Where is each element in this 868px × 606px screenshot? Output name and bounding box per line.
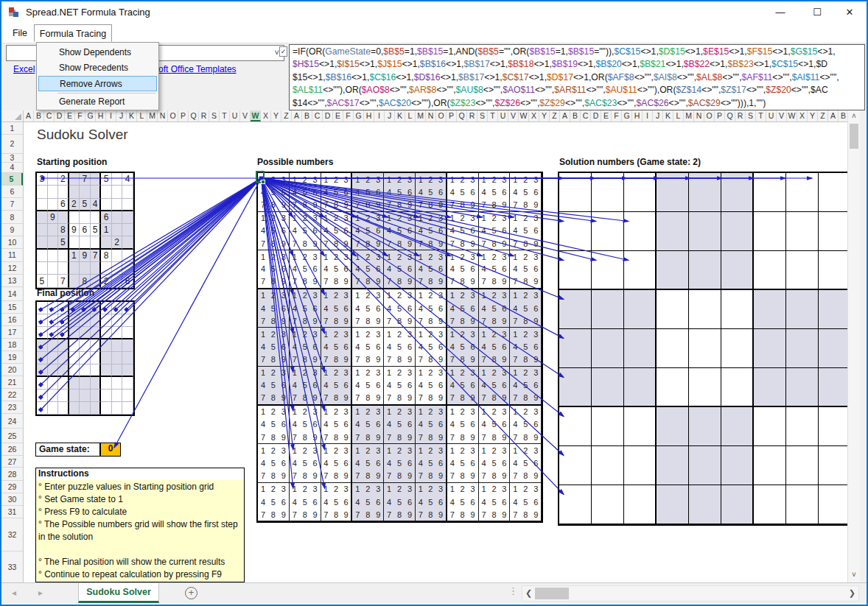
apply-check-icon[interactable]: ✓ — [279, 46, 287, 57]
row-header[interactable]: 2 — [1, 135, 23, 154]
sudoku-cell[interactable] — [112, 402, 123, 415]
vertical-scroll-thumb[interactable] — [850, 124, 858, 149]
column-header[interactable]: S — [746, 110, 756, 121]
sudoku-cell[interactable] — [122, 262, 133, 275]
possible-numbers-cell[interactable]: 123456789 — [510, 328, 542, 367]
sudoku-cell[interactable] — [101, 199, 112, 211]
solution-cell[interactable] — [819, 173, 847, 212]
row-header[interactable]: 19 — [1, 351, 23, 364]
sudoku-cell[interactable] — [37, 211, 48, 224]
column-header[interactable]: N — [694, 110, 704, 121]
solution-cell[interactable] — [657, 173, 689, 212]
sudoku-cell[interactable] — [58, 402, 69, 415]
sudoku-cell[interactable] — [37, 377, 48, 390]
possible-numbers-cell[interactable]: 123456789 — [510, 250, 542, 289]
sudoku-cell[interactable] — [101, 339, 112, 352]
possible-numbers-cell[interactable]: 123456789 — [352, 173, 384, 212]
sudoku-cell[interactable] — [101, 262, 112, 275]
possible-numbers-cell[interactable]: 123456789 — [352, 212, 384, 251]
row-header[interactable]: 4 — [1, 163, 23, 173]
link-excel[interactable]: Excel — [13, 64, 35, 74]
row-header[interactable]: 11 — [1, 249, 23, 261]
link-office-templates[interactable]: oft Office Templates — [158, 64, 237, 74]
row-header[interactable]: 5 — [1, 173, 23, 186]
sudoku-cell[interactable] — [122, 236, 133, 249]
solution-cell[interactable] — [754, 368, 786, 407]
sudoku-cell[interactable] — [101, 327, 112, 339]
solution-cell[interactable] — [624, 368, 657, 407]
column-header[interactable]: Z — [550, 110, 560, 121]
column-header[interactable]: P — [715, 110, 725, 121]
sudoku-cell[interactable] — [122, 250, 133, 262]
column-header[interactable]: N — [158, 110, 168, 121]
possible-numbers-cell[interactable]: 123456789 — [479, 406, 511, 445]
possible-numbers-cell[interactable]: 123456789 — [384, 367, 416, 406]
possible-numbers-cell[interactable]: 123456789 — [447, 367, 479, 406]
column-header[interactable]: J — [385, 110, 395, 121]
sudoku-cell[interactable]: 4 — [91, 199, 102, 211]
sudoku-cell[interactable] — [91, 314, 102, 327]
solution-cell[interactable] — [819, 485, 847, 524]
solution-cell[interactable] — [721, 485, 754, 524]
possible-numbers-cell[interactable]: 123456789 — [416, 250, 447, 289]
sudoku-cell[interactable] — [37, 250, 48, 262]
solution-cell[interactable] — [786, 173, 819, 212]
solution-cell[interactable] — [657, 251, 689, 290]
sudoku-cell[interactable] — [80, 352, 91, 364]
possible-numbers-cell[interactable]: 123456789 — [384, 250, 416, 289]
possible-numbers-cell[interactable]: 123456789 — [290, 483, 321, 522]
sudoku-cell[interactable] — [112, 377, 123, 390]
possible-numbers-cell[interactable]: 123456789 — [321, 173, 353, 212]
row-header[interactable]: 17 — [1, 326, 23, 339]
sudoku-cell[interactable] — [112, 314, 123, 327]
column-header[interactable]: S — [209, 110, 220, 121]
sudoku-cell[interactable] — [80, 377, 91, 390]
column-header[interactable]: A — [24, 110, 34, 121]
sudoku-cell[interactable]: 6 — [58, 199, 69, 211]
column-header[interactable]: S — [477, 110, 488, 121]
sudoku-cell[interactable] — [112, 211, 123, 224]
column-header[interactable]: N — [426, 110, 436, 121]
possible-numbers-cell[interactable]: 123456789 — [258, 483, 290, 522]
sudoku-cell[interactable] — [58, 377, 69, 390]
column-header[interactable]: Y — [271, 110, 281, 121]
row-header[interactable]: 8 — [1, 211, 23, 223]
sudoku-cell[interactable]: 9 — [69, 224, 80, 236]
sudoku-cell[interactable]: 7 — [58, 275, 69, 287]
sudoku-cell[interactable]: 2 — [112, 236, 123, 249]
sudoku-cell[interactable] — [122, 199, 133, 211]
column-header[interactable]: A — [292, 110, 302, 121]
column-header[interactable]: F — [343, 110, 354, 121]
possible-numbers-cell[interactable]: 123456789 — [321, 367, 353, 406]
possible-numbers-cell[interactable]: 123456789 — [290, 367, 321, 406]
possible-numbers-cell[interactable]: 123456789 — [416, 367, 447, 406]
possible-numbers-cell[interactable]: 123456789 — [384, 212, 416, 251]
sudoku-cell[interactable] — [101, 364, 112, 377]
column-header[interactable]: B — [570, 110, 581, 121]
column-header[interactable]: H — [632, 110, 643, 121]
game-state-value[interactable]: 0 — [100, 443, 121, 457]
column-header[interactable]: D — [55, 110, 65, 121]
column-header[interactable]: K — [395, 110, 405, 121]
solution-cell[interactable] — [657, 407, 689, 446]
menu-item-generate-report[interactable]: Generate Report — [38, 94, 157, 110]
sudoku-cell[interactable] — [112, 262, 123, 275]
possible-numbers-cell[interactable]: 123456789 — [290, 173, 321, 212]
column-header[interactable]: T — [756, 110, 766, 121]
column-header[interactable]: T — [488, 110, 498, 121]
row-header[interactable]: 23 — [1, 401, 23, 414]
column-header[interactable]: A — [828, 110, 839, 121]
possible-numbers-cell[interactable]: 123456789 — [510, 212, 542, 251]
sudoku-cell[interactable] — [80, 211, 91, 224]
sudoku-cell[interactable] — [37, 364, 48, 377]
possible-numbers-cell[interactable]: 123456789 — [447, 173, 479, 212]
possible-numbers-cell[interactable]: 123456789 — [321, 250, 353, 289]
column-header[interactable]: L — [673, 110, 684, 121]
sudoku-cell[interactable] — [91, 390, 102, 402]
column-header[interactable]: I — [374, 110, 385, 121]
solution-cell[interactable] — [559, 173, 592, 212]
column-header[interactable]: W — [519, 110, 529, 121]
solution-cell[interactable] — [592, 446, 624, 485]
sudoku-cell[interactable] — [37, 302, 48, 314]
solution-cell[interactable] — [754, 329, 786, 368]
